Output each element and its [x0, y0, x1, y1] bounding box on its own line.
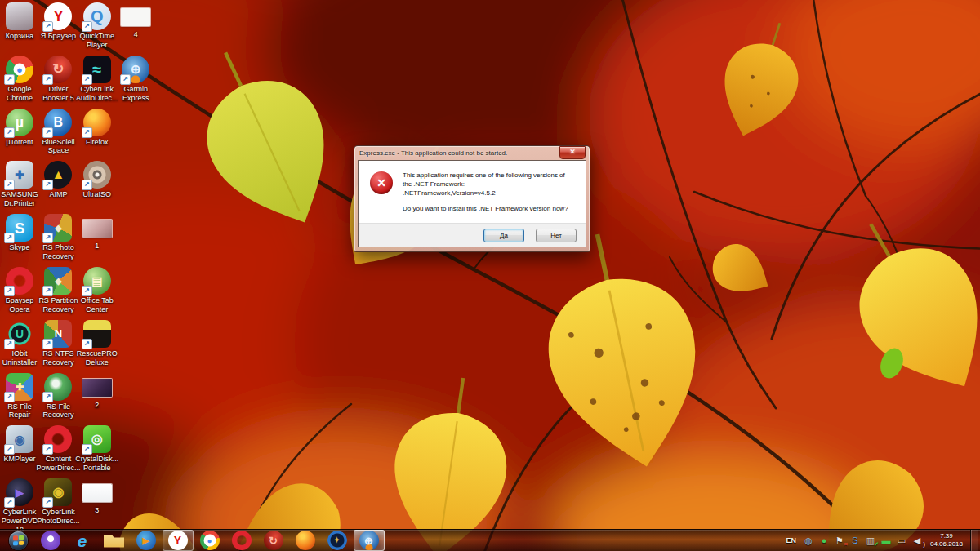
google-chrome-glyph: ●: [203, 535, 216, 547]
desktop-icon-iobit-uninstaller[interactable]: U↗IObit Uninstaller: [1, 320, 38, 367]
shortcut-arrow-icon: ↗: [42, 339, 53, 349]
close-icon[interactable]: ✕: [559, 146, 586, 159]
desktop-icon-grid: КорзинаY↗Я.БраузерQ↗QuickTime Player4●↗G…: [0, 0, 172, 529]
net-framework-error-dialog: Express.exe - This application could not…: [354, 145, 590, 252]
desktop-icon-crystaldiskinfo-portable[interactable]: ◎↗CrystalDisk... Portable: [78, 425, 116, 473]
desktop-icon-bluesoleil-space[interactable]: B↗BlueSoleil Space: [39, 109, 77, 156]
desktop-icon-cyberlink-audiodirector[interactable]: ≈↗CyberLink AudioDirec...: [78, 56, 116, 103]
alisa-voice-search-icon: [41, 531, 60, 550]
taskbar-item-internet-explorer[interactable]: e: [67, 530, 98, 551]
iobit-monitor-tray-icon[interactable]: ●: [818, 536, 830, 545]
shortcut-arrow-icon: ↗: [4, 497, 15, 508]
taskbar-item-driver-booster[interactable]: ↻: [258, 530, 289, 551]
desktop-icon-ultraiso[interactable]: ↗UltraISO: [78, 161, 116, 199]
network-tray-icon[interactable]: ▥✔: [865, 536, 876, 545]
taskbar-item-garmin-express[interactable]: ⊕: [354, 530, 385, 551]
language-indicator[interactable]: EN: [786, 536, 796, 544]
taskbar-item-bluesoleil[interactable]: ✦: [322, 530, 353, 551]
desktop-icon-rescuepro-deluxe[interactable]: ↗RescuePRO Deluxe: [78, 320, 116, 367]
taskbar-item-windows-explorer[interactable]: [99, 530, 130, 551]
taskbar-item-windows-media-player[interactable]: ▶: [131, 530, 162, 551]
yes-button[interactable]: Да: [483, 229, 524, 242]
desktop-icon-file-1[interactable]: 1: [78, 214, 116, 251]
samsung-tray-icon[interactable]: S: [849, 536, 861, 545]
shortcut-arrow-icon: ↗: [42, 180, 53, 190]
crystaldiskinfo-portable-icon: ◎↗: [83, 425, 111, 453]
internet-explorer-glyph: e: [73, 531, 92, 550]
yandex-browser-icon: Y↗: [44, 2, 72, 30]
firefox-icon: ↗: [83, 109, 111, 136]
no-button[interactable]: Нет: [536, 229, 577, 242]
show-desktop-button[interactable]: [970, 530, 978, 551]
desktop-icon-utorrent[interactable]: µ↗µTorrent: [1, 109, 38, 147]
desktop-icon-google-chrome[interactable]: ●↗Google Chrome: [1, 56, 38, 103]
desktop-icon-rs-photo-recovery[interactable]: ◆↗RS Photo Recovery: [39, 214, 77, 261]
windows-explorer-icon: [104, 533, 124, 549]
volume-tray-icon[interactable]: ◀): [911, 536, 923, 545]
desktop-icon-cyberlink-powerdvd-18[interactable]: ▶↗CyberLink PowerDVD 18: [1, 478, 38, 534]
battery-tray-icon[interactable]: ▬: [880, 536, 892, 545]
shortcut-arrow-icon: ↗: [42, 286, 53, 296]
dialog-message-line1: This application requires one of the fol…: [403, 171, 576, 189]
shortcut-arrow-icon: ↗: [82, 444, 92, 455]
taskbar-item-google-chrome[interactable]: ●: [194, 530, 225, 551]
desktop-icon-label: 1: [74, 242, 120, 251]
desktop-icon-label: 3: [74, 506, 120, 515]
desktop-icon-rs-partition-recovery[interactable]: ◆↗RS Partition Recovery: [39, 267, 77, 314]
google-chrome-glyph: ●: [14, 63, 26, 75]
desktop-icon-yandex-browser[interactable]: Y↗Я.Браузер: [39, 2, 77, 41]
utorrent-icon: µ↗: [6, 109, 33, 136]
cyberlink-photodirector-icon: ◉↗: [44, 478, 72, 506]
desktop-icon-skype[interactable]: S↗Skype: [1, 214, 38, 252]
desktop-icon-file-2[interactable]: 2: [78, 373, 116, 410]
desktop-icon-opera-browser[interactable]: ↗Браузер Opera: [1, 267, 38, 314]
desktop-icon-label: 4: [113, 30, 158, 39]
quicktime-player-icon: Q↗: [83, 2, 111, 30]
desktop-icon-rs-file-recovery[interactable]: ↗RS File Recovery: [39, 373, 77, 420]
desktop-icon-samsung-dr-printer[interactable]: ✚↗SAMSUNG Dr.Printer: [1, 161, 38, 208]
yandex-browser-glyph: Y: [168, 531, 188, 550]
taskbar-item-opera[interactable]: [226, 530, 257, 551]
clock-time: 7:39: [930, 532, 963, 540]
desktop-icon-content-powerdirector[interactable]: ↗Content PowerDirec...: [39, 425, 77, 473]
desktop-icon-office-tab-center[interactable]: ▤↗Office Tab Center: [78, 267, 116, 314]
taskbar-item-alisa-voice-search[interactable]: [35, 530, 66, 551]
desktop-icon-firefox[interactable]: ↗Firefox: [78, 109, 116, 147]
windows-media-player-icon: ▶: [136, 531, 156, 550]
desktop-icon-cyberlink-photodirector[interactable]: ◉↗CyberLink PhotoDirec...: [39, 478, 77, 526]
clock-date: 04.06.2018: [930, 540, 963, 549]
garmin-express-icon: ⊕: [359, 531, 379, 550]
clock[interactable]: 7:39 04.06.2018: [930, 532, 963, 549]
driver-booster-glyph: ↻: [264, 531, 283, 550]
file-4-icon: [121, 8, 150, 26]
desktop-icon-quicktime-player[interactable]: Q↗QuickTime Player: [78, 2, 116, 50]
dialog-titlebar[interactable]: Express.exe - This application could not…: [358, 146, 586, 160]
desktop-icon-rs-file-repair[interactable]: ✚↗RS File Repair: [1, 373, 38, 420]
desktop-icon-file-4[interactable]: 4: [117, 2, 154, 39]
desktop-icon-garmin-express[interactable]: ⊕↗Garmin Express: [117, 56, 154, 103]
file-1-icon: [82, 220, 112, 238]
desktop-icon-aimp[interactable]: ▲↗AIMP: [39, 161, 77, 199]
aimp-icon: ▲↗: [44, 161, 72, 189]
desktop-icon-rs-ntfs-recovery[interactable]: N↗RS NTFS Recovery: [39, 320, 77, 367]
display-tray-icon[interactable]: ▭: [896, 536, 907, 545]
desktop-icon-file-3[interactable]: 3: [78, 478, 116, 515]
file-2-icon: [82, 379, 112, 397]
shortcut-arrow-icon: ↗: [82, 339, 92, 349]
network-tray-overlay: ✔: [874, 541, 879, 547]
desktop-icon-driver-booster-5[interactable]: ↻↗Driver Booster 5: [39, 56, 77, 103]
rs-file-repair-icon: ✚↗: [6, 373, 33, 401]
file-3-icon: [82, 484, 112, 502]
start-button[interactable]: [5, 531, 31, 551]
desktop-icon-recycle-bin[interactable]: Корзина: [1, 2, 38, 41]
tray-icons: ◍●⚑×S▥✔▬▭◀): [803, 536, 923, 545]
ultraiso-icon: ↗: [83, 161, 111, 189]
desktop-icon-kmplayer[interactable]: ◉↗KMPlayer: [1, 425, 38, 464]
taskbar-item-yandex-browser[interactable]: Y: [163, 530, 194, 551]
garmin-updater-tray-icon[interactable]: ◍: [803, 536, 814, 545]
shortcut-arrow-icon: ↗: [82, 74, 92, 85]
cyberlink-audiodirector-icon: ≈↗: [83, 56, 111, 83]
shortcut-arrow-icon: ↗: [4, 74, 15, 85]
taskbar-item-firefox[interactable]: [290, 530, 321, 551]
action-center-tray-icon[interactable]: ⚑×: [834, 536, 845, 545]
